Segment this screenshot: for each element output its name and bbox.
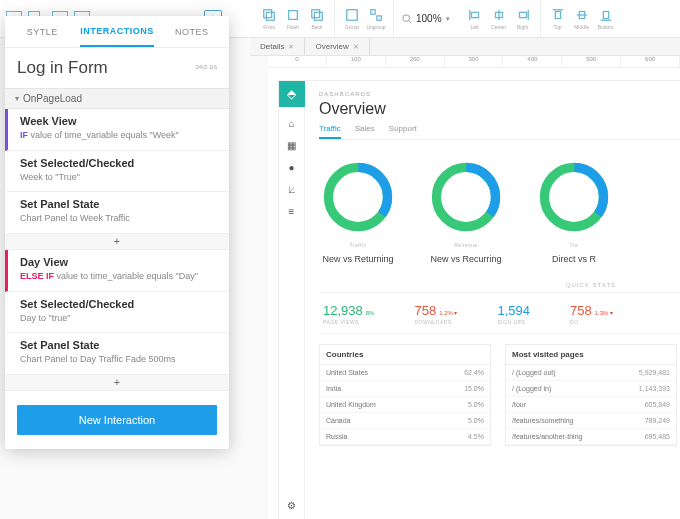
home-icon[interactable]: ⌂ <box>286 117 298 129</box>
align-left-button[interactable]: Left <box>464 6 486 32</box>
donut-traffic: Traffic New vs Returning <box>319 158 397 264</box>
donut-chart-icon <box>319 158 397 236</box>
design-canvas[interactable]: ⬘ ⌂ ▦ ● ⟀ ≡ ⚙ DASHBOARDS Overview ▦03/21… <box>268 68 680 519</box>
donut-label: New vs Recurring <box>430 254 501 264</box>
align-center-button[interactable]: Center <box>488 6 510 32</box>
table-row[interactable]: United States62.4% <box>320 365 490 381</box>
donut-chart-icon <box>427 158 505 236</box>
svg-rect-5 <box>347 9 358 20</box>
ungroup-button[interactable]: Ungroup <box>365 6 387 32</box>
flash-button[interactable]: Flash <box>282 6 304 32</box>
svg-rect-7 <box>377 15 381 19</box>
donut-label: New vs Returning <box>322 254 393 264</box>
settings-icon[interactable]: ⚙ <box>286 499 298 511</box>
bring-front-button[interactable]: Front <box>258 6 280 32</box>
donut-revenue: Revenue New vs Recurring <box>427 158 505 264</box>
globe-icon[interactable]: ● <box>286 161 298 173</box>
zoom-value: 100% <box>416 13 442 24</box>
send-back-button[interactable]: Back <box>306 6 328 32</box>
interaction-step[interactable]: Day View ELSE IF value to time_variable … <box>5 250 229 292</box>
tab-style[interactable]: SYTLE <box>5 16 80 47</box>
data-tables: Countries United States62.4% India15.0% … <box>319 344 680 446</box>
table-row[interactable]: / (Logged in)1,143,393 <box>506 381 676 397</box>
ruler: 0100200300400500600 <box>268 56 680 68</box>
zoom-control[interactable]: 100% ▾ <box>394 13 458 24</box>
svg-rect-0 <box>264 9 272 17</box>
stat-downloads: 7581.2% ▾DOWNLOADS <box>414 301 457 325</box>
donut-direct: Tra Direct vs R <box>535 158 613 264</box>
search-icon <box>402 14 412 24</box>
logo-icon[interactable]: ⬘ <box>279 81 305 107</box>
stat-page-views: 12,9388%PAGE VIEWS <box>323 301 374 325</box>
dashboard-mock[interactable]: ⬘ ⌂ ▦ ● ⟀ ≡ ⚙ DASHBOARDS Overview ▦03/21… <box>278 80 680 519</box>
interaction-step[interactable]: Set Selected/Checked Week to "True" <box>5 151 229 193</box>
chevron-down-icon: ▾ <box>446 15 450 23</box>
table-row[interactable]: India15.0% <box>320 381 490 397</box>
list-icon[interactable]: ≡ <box>286 205 298 217</box>
inspector-tabs: SYTLE INTERACTIONS NOTES <box>5 16 229 48</box>
add-step-button[interactable]: + <box>5 234 229 250</box>
svg-rect-6 <box>371 9 375 13</box>
svg-rect-3 <box>314 12 322 20</box>
close-icon[interactable]: ✕ <box>353 43 359 51</box>
tab-support[interactable]: Support <box>389 124 417 139</box>
svg-rect-1 <box>266 12 274 20</box>
interaction-step[interactable]: Set Panel State Chart Panel to Day Traff… <box>5 333 229 375</box>
quick-stats-title: QUICK STATS <box>319 282 680 288</box>
grid-icon[interactable]: ▦ <box>286 139 298 151</box>
svg-point-8 <box>403 14 410 21</box>
close-icon[interactable]: ✕ <box>288 43 294 51</box>
tab-overview[interactable]: Overview✕ <box>305 38 369 55</box>
tab-traffic[interactable]: Traffic <box>319 124 341 139</box>
table-row[interactable]: /features/another-thing695,485 <box>506 429 676 445</box>
position-readout: 24|3 1|6 <box>196 64 217 71</box>
align-top-button[interactable]: Top <box>547 6 569 32</box>
donut-charts: Traffic New vs Returning Revenue New vs … <box>319 152 680 274</box>
new-interaction-button[interactable]: New Interaction <box>17 405 217 435</box>
stat-downloads2: 7581.3% ▾DO <box>570 301 613 325</box>
group-button[interactable]: Group <box>341 6 363 32</box>
interaction-step[interactable]: Week View IF value of time_variable equa… <box>5 109 229 151</box>
pages-table: Most visited pages / (Logged out)5,929,4… <box>505 344 677 446</box>
breadcrumb: DASHBOARDS <box>319 91 680 97</box>
svg-rect-2 <box>289 10 298 19</box>
align-right-button[interactable]: Right <box>512 6 534 32</box>
svg-line-9 <box>409 20 412 23</box>
align-bottom-button[interactable]: Bottom <box>595 6 617 32</box>
quick-stats: 12,9388%PAGE VIEWS 7581.2% ▾DOWNLOADS 1,… <box>319 292 680 334</box>
add-step-button[interactable]: + <box>5 375 229 391</box>
event-group-header[interactable]: OnPageLoad <box>5 88 229 109</box>
mock-sidebar: ⬘ ⌂ ▦ ● ⟀ ≡ ⚙ <box>279 81 305 519</box>
tab-details[interactable]: Details✕ <box>250 38 305 55</box>
inspector-panel: SYTLE INTERACTIONS NOTES Log in Form 24|… <box>5 16 229 449</box>
tab-notes[interactable]: NOTES <box>154 16 229 47</box>
dashboard-tabs: Traffic Sales Support <box>319 124 680 140</box>
svg-rect-4 <box>312 9 320 17</box>
table-row[interactable]: Canada5.0% <box>320 413 490 429</box>
stat-signups: 1,594SIGN UPS <box>497 301 530 325</box>
interaction-step[interactable]: Set Panel State Chart Panel to Week Traf… <box>5 192 229 234</box>
countries-table: Countries United States62.4% India15.0% … <box>319 344 491 446</box>
svg-rect-11 <box>471 12 478 17</box>
page-title: Overview <box>319 100 680 118</box>
tab-sales[interactable]: Sales <box>355 124 375 139</box>
interaction-step[interactable]: Set Selected/Checked Day to "true" <box>5 292 229 334</box>
donut-chart-icon <box>535 158 613 236</box>
svg-rect-15 <box>519 12 526 17</box>
svg-rect-17 <box>555 11 560 18</box>
document-tabs: Details✕ Overview✕ <box>250 38 680 56</box>
chart-icon[interactable]: ⟀ <box>286 183 298 195</box>
table-row[interactable]: / (Logged out)5,929,481 <box>506 365 676 381</box>
align-middle-button[interactable]: Middle <box>571 6 593 32</box>
table-row[interactable]: Russia4.5% <box>320 429 490 445</box>
table-row[interactable]: /features/something789,249 <box>506 413 676 429</box>
svg-rect-21 <box>603 11 608 18</box>
table-row[interactable]: United Kingdom5.0% <box>320 397 490 413</box>
donut-label: Direct vs R <box>552 254 596 264</box>
table-row[interactable]: /tour605,849 <box>506 397 676 413</box>
widget-name: Log in Form 24|3 1|6 <box>5 48 229 88</box>
tab-interactions[interactable]: INTERACTIONS <box>80 16 155 47</box>
